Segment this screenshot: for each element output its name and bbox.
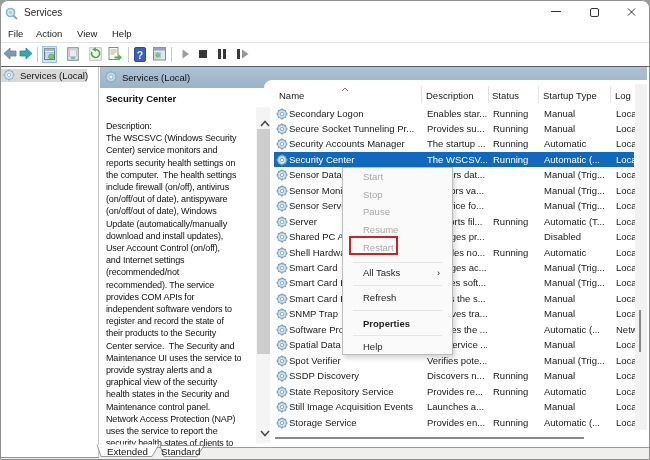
svg-text:Extended: Extended [107, 446, 148, 457]
svg-text:Standard: Standard [161, 446, 200, 457]
